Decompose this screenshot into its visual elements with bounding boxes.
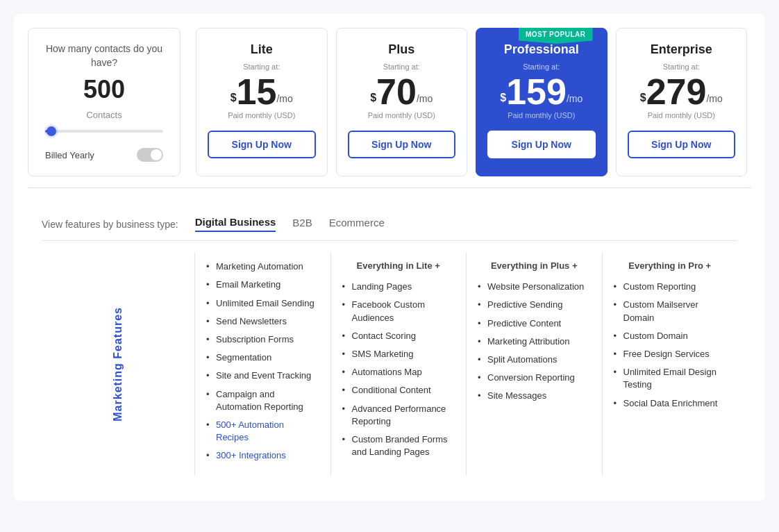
price-mo-plus: /mo bbox=[417, 93, 433, 104]
price-dollar-lite: $ bbox=[231, 92, 237, 104]
list-item: Facebook Custom Audiences bbox=[342, 299, 455, 324]
starting-at-professional: Starting at: bbox=[523, 63, 560, 71]
list-item: Segmentation bbox=[206, 351, 319, 364]
feature-columns: Marketing Features Marketing Automation … bbox=[42, 252, 737, 476]
paid-monthly-lite: Paid monthly (USD) bbox=[228, 111, 295, 119]
tab-digital-business[interactable]: Digital Business bbox=[195, 216, 276, 232]
list-item: Predictive Sending bbox=[478, 299, 591, 311]
plan-card-lite: Lite Starting at: $ 15 /mo Paid monthly … bbox=[196, 28, 328, 176]
signup-button-plus[interactable]: Sign Up Now bbox=[348, 131, 456, 158]
feature-col-enterprise: Everything in Pro + Custom Reporting Cus… bbox=[602, 252, 738, 476]
contacts-question: How many contacts do you have? bbox=[45, 42, 163, 69]
price-amount-professional: 159 bbox=[506, 74, 567, 110]
paid-monthly-enterprise: Paid monthly (USD) bbox=[648, 111, 715, 119]
starting-at-plus: Starting at: bbox=[383, 63, 420, 71]
price-dollar-enterprise: $ bbox=[640, 92, 646, 104]
list-item: Split Automations bbox=[478, 354, 591, 366]
list-item: Free Design Services bbox=[614, 348, 727, 360]
list-item: SMS Marketing bbox=[342, 348, 455, 360]
list-item: Email Marketing bbox=[206, 279, 319, 291]
price-row-lite: $ 15 /mo bbox=[231, 74, 293, 110]
plan-name-enterprise: Enterprise bbox=[651, 42, 712, 57]
list-item: Advanced Performance Reporting bbox=[342, 403, 455, 428]
list-item: Social Data Enrichment bbox=[614, 397, 727, 410]
price-amount-lite: 15 bbox=[237, 74, 277, 110]
plan-name-professional: Professional bbox=[504, 42, 579, 57]
price-row-plus: $ 70 /mo bbox=[370, 74, 433, 110]
price-mo-professional: /mo bbox=[567, 93, 583, 104]
contacts-card: How many contacts do you have? 500 Conta… bbox=[28, 28, 181, 176]
billed-yearly-toggle[interactable] bbox=[137, 148, 163, 162]
price-row-enterprise: $ 279 /mo bbox=[640, 74, 723, 110]
price-amount-enterprise: 279 bbox=[646, 74, 707, 110]
list-item: Conditional Content bbox=[342, 384, 455, 397]
view-features-label: View features by business type: bbox=[42, 219, 178, 230]
starting-at-enterprise: Starting at: bbox=[663, 63, 700, 71]
signup-button-lite[interactable]: Sign Up Now bbox=[208, 131, 316, 158]
list-item: Unlimited Email Sending bbox=[206, 297, 319, 310]
list-item: Landing Pages bbox=[342, 281, 455, 293]
slider-thumb bbox=[47, 126, 56, 136]
feature-col-lite: Marketing Automation Email Marketing Unl… bbox=[194, 252, 330, 476]
starting-at-lite: Starting at: bbox=[243, 63, 280, 71]
feature-list-professional: Website Personalization Predictive Sendi… bbox=[478, 281, 591, 402]
list-item: Automations Map bbox=[342, 366, 455, 379]
features-section: View features by business type: Digital … bbox=[28, 205, 751, 487]
tab-b2b[interactable]: B2B bbox=[292, 217, 312, 231]
list-item: Marketing Automation bbox=[206, 260, 319, 273]
list-item: Marketing Attribution bbox=[478, 335, 591, 348]
list-item[interactable]: 500+ Automation Recipes bbox=[206, 419, 319, 444]
feature-title-enterprise: Everything in Pro + bbox=[614, 260, 727, 271]
list-item: Custom Mailserver Domain bbox=[614, 299, 727, 324]
price-dollar-plus: $ bbox=[370, 92, 376, 104]
list-item[interactable]: 300+ Integrations bbox=[206, 449, 319, 462]
list-item: Contact Scoring bbox=[342, 330, 455, 342]
list-item: Custom Branded Forms and Landing Pages bbox=[342, 433, 455, 458]
price-mo-lite: /mo bbox=[276, 93, 292, 104]
automation-recipes-link[interactable]: 500+ Automation Recipes bbox=[216, 419, 284, 442]
slider-track bbox=[45, 130, 163, 133]
feature-col-plus: Everything in Lite + Landing Pages Faceb… bbox=[330, 252, 467, 476]
tab-ecommerce[interactable]: Ecommerce bbox=[329, 217, 385, 231]
contacts-label: Contacts bbox=[86, 110, 122, 120]
price-mo-enterprise: /mo bbox=[706, 93, 722, 104]
billed-row: Billed Yearly bbox=[45, 148, 163, 162]
plan-card-enterprise: Enterprise Starting at: $ 279 /mo Paid m… bbox=[616, 28, 748, 176]
paid-monthly-professional: Paid monthly (USD) bbox=[508, 111, 575, 119]
price-amount-plus: 70 bbox=[376, 74, 417, 110]
slider-container[interactable] bbox=[45, 130, 163, 133]
signup-button-enterprise[interactable]: Sign Up Now bbox=[628, 131, 736, 158]
list-item: Subscription Forms bbox=[206, 333, 319, 346]
section-divider bbox=[28, 188, 751, 188]
plan-card-plus: Plus Starting at: $ 70 /mo Paid monthly … bbox=[336, 28, 468, 176]
plan-card-professional: MOST POPULAR Professional Starting at: $… bbox=[476, 28, 608, 176]
paid-monthly-plus: Paid monthly (USD) bbox=[368, 111, 435, 119]
list-item: Predictive Content bbox=[478, 317, 591, 330]
signup-button-professional[interactable]: Sign Up Now bbox=[487, 131, 596, 158]
business-type-row: View features by business type: Digital … bbox=[42, 216, 737, 241]
list-item: Website Personalization bbox=[478, 281, 591, 293]
list-item: Site and Event Tracking bbox=[206, 369, 319, 382]
list-item: Unlimited Email Design Testing bbox=[614, 366, 727, 391]
toggle-knob bbox=[151, 149, 162, 160]
top-row: How many contacts do you have? 500 Conta… bbox=[28, 28, 751, 176]
contacts-count: 500 bbox=[83, 75, 125, 104]
plan-name-lite: Lite bbox=[251, 42, 273, 57]
price-dollar-professional: $ bbox=[500, 92, 506, 104]
list-item: Site Messages bbox=[478, 390, 591, 402]
list-item: Campaign and Automation Reporting bbox=[206, 388, 319, 413]
feature-title-plus: Everything in Lite + bbox=[342, 260, 455, 271]
feature-list-plus: Landing Pages Facebook Custom Audiences … bbox=[342, 281, 455, 458]
list-item: Send Newsletters bbox=[206, 315, 319, 328]
feature-plans: Marketing Automation Email Marketing Unl… bbox=[194, 252, 737, 476]
billed-yearly-label: Billed Yearly bbox=[45, 150, 94, 160]
price-row-professional: $ 159 /mo bbox=[500, 74, 583, 110]
list-item: Conversion Reporting bbox=[478, 372, 591, 384]
list-item: Custom Reporting bbox=[614, 281, 727, 293]
feature-list-lite: Marketing Automation Email Marketing Unl… bbox=[206, 260, 319, 462]
feature-title-professional: Everything in Plus + bbox=[478, 260, 591, 271]
feature-col-header: Marketing Features bbox=[42, 252, 194, 476]
list-item: Custom Domain bbox=[614, 330, 727, 342]
most-popular-badge: MOST POPULAR bbox=[519, 28, 593, 44]
integrations-link[interactable]: 300+ Integrations bbox=[216, 450, 286, 460]
